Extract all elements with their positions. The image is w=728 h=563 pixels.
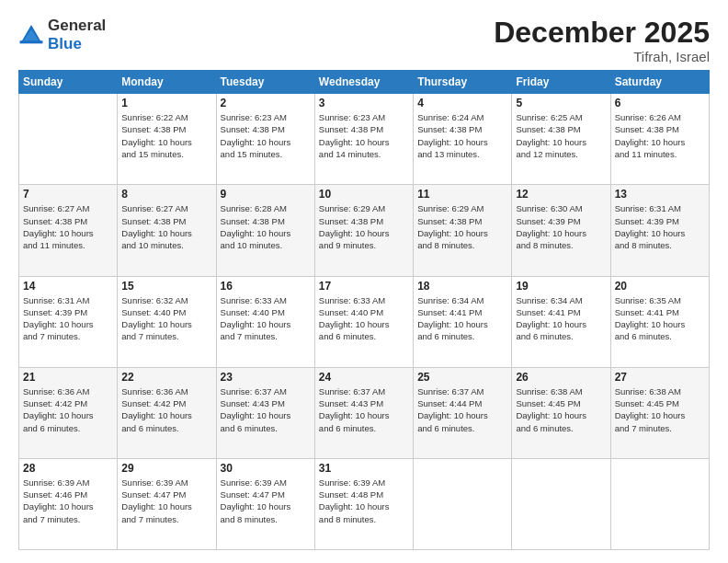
day-number: 7 (23, 188, 113, 201)
page: General Blue December 2025 Tifrah, Israe… (0, 0, 728, 563)
calendar-cell: 8Sunrise: 6:27 AM Sunset: 4:38 PM Daylig… (118, 185, 216, 276)
day-number: 3 (319, 97, 409, 109)
calendar-cell: 30Sunrise: 6:39 AM Sunset: 4:47 PM Dayli… (216, 458, 314, 549)
day-number: 23 (221, 371, 311, 384)
day-info: Sunrise: 6:39 AM Sunset: 4:46 PM Dayligh… (23, 477, 113, 525)
calendar-cell: 7Sunrise: 6:27 AM Sunset: 4:38 PM Daylig… (19, 185, 118, 276)
day-info: Sunrise: 6:29 AM Sunset: 4:38 PM Dayligh… (319, 202, 409, 251)
day-info: Sunrise: 6:37 AM Sunset: 4:44 PM Dayligh… (417, 385, 507, 434)
calendar-cell: 2Sunrise: 6:23 AM Sunset: 4:38 PM Daylig… (216, 94, 314, 185)
calendar-cell: 10Sunrise: 6:29 AM Sunset: 4:38 PM Dayli… (314, 185, 413, 276)
day-number: 6 (615, 97, 705, 109)
day-number: 27 (615, 371, 705, 384)
calendar-cell: 6Sunrise: 6:26 AM Sunset: 4:38 PM Daylig… (610, 94, 709, 185)
calendar-cell: 24Sunrise: 6:37 AM Sunset: 4:43 PM Dayli… (314, 367, 413, 458)
calendar-cell: 27Sunrise: 6:38 AM Sunset: 4:45 PM Dayli… (610, 367, 709, 458)
day-number: 22 (121, 371, 211, 384)
day-info: Sunrise: 6:30 AM Sunset: 4:39 PM Dayligh… (516, 202, 606, 251)
logo: General Blue (18, 17, 106, 52)
day-info: Sunrise: 6:23 AM Sunset: 4:38 PM Dayligh… (319, 111, 409, 160)
day-info: Sunrise: 6:34 AM Sunset: 4:41 PM Dayligh… (417, 294, 507, 343)
day-info: Sunrise: 6:36 AM Sunset: 4:42 PM Dayligh… (23, 385, 113, 434)
day-info: Sunrise: 6:28 AM Sunset: 4:38 PM Dayligh… (221, 202, 311, 251)
day-number: 8 (121, 188, 211, 201)
day-info: Sunrise: 6:39 AM Sunset: 4:47 PM Dayligh… (121, 477, 211, 525)
day-header-monday: Monday (118, 71, 216, 94)
day-number: 13 (615, 188, 705, 201)
day-info: Sunrise: 6:27 AM Sunset: 4:38 PM Dayligh… (121, 202, 211, 251)
calendar-week-4: 21Sunrise: 6:36 AM Sunset: 4:42 PM Dayli… (19, 367, 710, 458)
day-info: Sunrise: 6:23 AM Sunset: 4:38 PM Dayligh… (221, 111, 311, 160)
day-info: Sunrise: 6:32 AM Sunset: 4:40 PM Dayligh… (121, 294, 211, 343)
day-info: Sunrise: 6:36 AM Sunset: 4:42 PM Dayligh… (121, 385, 211, 434)
day-info: Sunrise: 6:39 AM Sunset: 4:47 PM Dayligh… (221, 477, 311, 525)
day-number: 20 (615, 280, 705, 293)
calendar-cell: 9Sunrise: 6:28 AM Sunset: 4:38 PM Daylig… (216, 185, 314, 276)
day-info: Sunrise: 6:27 AM Sunset: 4:38 PM Dayligh… (23, 202, 113, 251)
calendar-cell: 21Sunrise: 6:36 AM Sunset: 4:42 PM Dayli… (19, 367, 118, 458)
calendar-week-2: 7Sunrise: 6:27 AM Sunset: 4:38 PM Daylig… (19, 185, 710, 276)
day-info: Sunrise: 6:33 AM Sunset: 4:40 PM Dayligh… (221, 294, 311, 343)
calendar-cell: 11Sunrise: 6:29 AM Sunset: 4:38 PM Dayli… (414, 185, 512, 276)
calendar-cell (610, 458, 709, 549)
day-number: 18 (417, 280, 507, 293)
calendar-cell: 31Sunrise: 6:39 AM Sunset: 4:48 PM Dayli… (314, 458, 413, 549)
calendar-cell: 1Sunrise: 6:22 AM Sunset: 4:38 PM Daylig… (118, 94, 216, 185)
calendar-cell: 23Sunrise: 6:37 AM Sunset: 4:43 PM Dayli… (216, 367, 314, 458)
day-info: Sunrise: 6:39 AM Sunset: 4:48 PM Dayligh… (319, 477, 409, 525)
day-info: Sunrise: 6:37 AM Sunset: 4:43 PM Dayligh… (221, 385, 311, 434)
day-number: 9 (221, 188, 311, 201)
svg-rect-2 (20, 40, 43, 43)
logo-icon (18, 22, 44, 48)
day-info: Sunrise: 6:34 AM Sunset: 4:41 PM Dayligh… (516, 294, 606, 343)
calendar-table: SundayMondayTuesdayWednesdayThursdayFrid… (18, 70, 710, 550)
calendar-cell: 25Sunrise: 6:37 AM Sunset: 4:44 PM Dayli… (414, 367, 512, 458)
calendar-cell: 14Sunrise: 6:31 AM Sunset: 4:39 PM Dayli… (19, 276, 118, 367)
day-number: 31 (319, 462, 409, 475)
calendar-cell: 15Sunrise: 6:32 AM Sunset: 4:40 PM Dayli… (118, 276, 216, 367)
calendar-header: SundayMondayTuesdayWednesdayThursdayFrid… (19, 71, 710, 94)
day-info: Sunrise: 6:38 AM Sunset: 4:45 PM Dayligh… (615, 385, 705, 434)
calendar-cell: 19Sunrise: 6:34 AM Sunset: 4:41 PM Dayli… (512, 276, 610, 367)
calendar-cell (19, 94, 118, 185)
day-number: 21 (23, 371, 113, 384)
day-header-friday: Friday (512, 71, 610, 94)
day-number: 15 (121, 280, 211, 293)
day-number: 1 (121, 97, 211, 109)
day-number: 30 (221, 462, 311, 475)
calendar-cell: 26Sunrise: 6:38 AM Sunset: 4:45 PM Dayli… (512, 367, 610, 458)
day-number: 4 (417, 97, 507, 109)
day-info: Sunrise: 6:24 AM Sunset: 4:38 PM Dayligh… (417, 111, 507, 160)
day-number: 19 (516, 280, 606, 293)
calendar-cell: 16Sunrise: 6:33 AM Sunset: 4:40 PM Dayli… (216, 276, 314, 367)
month-title: December 2025 (494, 17, 710, 49)
day-info: Sunrise: 6:26 AM Sunset: 4:38 PM Dayligh… (615, 111, 705, 160)
day-number: 25 (417, 371, 507, 384)
day-info: Sunrise: 6:31 AM Sunset: 4:39 PM Dayligh… (23, 294, 113, 343)
day-number: 24 (319, 371, 409, 384)
day-number: 2 (221, 97, 311, 109)
day-header-sunday: Sunday (19, 71, 118, 94)
calendar-cell: 18Sunrise: 6:34 AM Sunset: 4:41 PM Dayli… (414, 276, 512, 367)
calendar-week-5: 28Sunrise: 6:39 AM Sunset: 4:46 PM Dayli… (19, 458, 710, 549)
day-info: Sunrise: 6:35 AM Sunset: 4:41 PM Dayligh… (615, 294, 705, 343)
calendar-cell: 13Sunrise: 6:31 AM Sunset: 4:39 PM Dayli… (610, 185, 709, 276)
calendar-cell: 4Sunrise: 6:24 AM Sunset: 4:38 PM Daylig… (414, 94, 512, 185)
calendar-cell: 12Sunrise: 6:30 AM Sunset: 4:39 PM Dayli… (512, 185, 610, 276)
calendar-cell (414, 458, 512, 549)
calendar-cell: 17Sunrise: 6:33 AM Sunset: 4:40 PM Dayli… (314, 276, 413, 367)
calendar-cell (512, 458, 610, 549)
calendar-cell: 29Sunrise: 6:39 AM Sunset: 4:47 PM Dayli… (118, 458, 216, 549)
calendar-cell: 3Sunrise: 6:23 AM Sunset: 4:38 PM Daylig… (314, 94, 413, 185)
day-number: 17 (319, 280, 409, 293)
title-section: December 2025 Tifrah, Israel (494, 17, 710, 64)
calendar-week-3: 14Sunrise: 6:31 AM Sunset: 4:39 PM Dayli… (19, 276, 710, 367)
day-info: Sunrise: 6:22 AM Sunset: 4:38 PM Dayligh… (121, 111, 211, 160)
day-number: 26 (516, 371, 606, 384)
day-info: Sunrise: 6:38 AM Sunset: 4:45 PM Dayligh… (516, 385, 606, 434)
day-number: 5 (516, 97, 606, 109)
day-header-thursday: Thursday (414, 71, 512, 94)
day-header-tuesday: Tuesday (216, 71, 314, 94)
day-number: 10 (319, 188, 409, 201)
day-info: Sunrise: 6:33 AM Sunset: 4:40 PM Dayligh… (319, 294, 409, 343)
